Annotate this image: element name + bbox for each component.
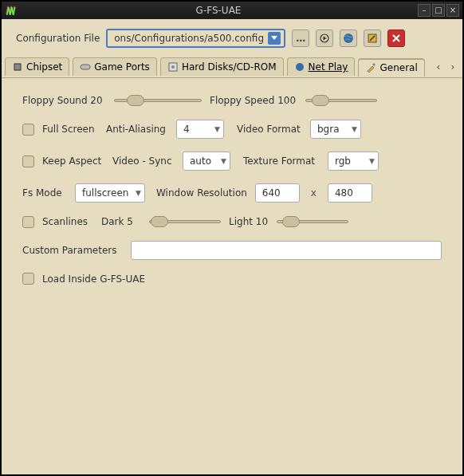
custom-params-label: Custom Parameters [22, 245, 123, 256]
x-icon [391, 33, 401, 43]
dark-slider[interactable] [149, 215, 221, 228]
dark-label: Dark 5 [101, 216, 141, 227]
svg-rect-4 [81, 65, 90, 69]
light-label: Light 10 [229, 216, 269, 227]
tab-prev[interactable]: ‹ [432, 61, 445, 73]
window-title: G-FS-UAE [21, 5, 416, 16]
video-sync-select[interactable]: auto▼ [183, 151, 230, 171]
edit-button[interactable] [364, 30, 381, 47]
tools-icon [365, 62, 376, 73]
gamepad-icon [80, 61, 91, 73]
toolbar: Configuration File ons/Configurations/a5… [2, 19, 462, 56]
globe-button[interactable] [340, 30, 357, 47]
app-window: G-FS-UAE – □ × Configuration File ons/Co… [0, 0, 464, 476]
texture-format-label: Texture Format [243, 155, 320, 167]
svg-point-1 [344, 33, 353, 43]
play-button[interactable] [316, 30, 333, 47]
config-file-value: ons/Configurations/a500.config [114, 33, 268, 44]
chevron-down-icon: ▼ [352, 125, 357, 133]
titlebar[interactable]: G-FS-UAE – □ × [2, 2, 462, 19]
anti-aliasing-label: Anti-Aliasing [106, 124, 168, 135]
resolution-height-input[interactable]: 480 [328, 183, 372, 203]
keep-aspect-label: Keep Aspect [42, 155, 104, 167]
svg-point-6 [171, 65, 175, 69]
light-slider[interactable] [277, 215, 348, 228]
scanlines-checkbox[interactable] [22, 216, 34, 228]
chevron-down-icon [268, 32, 281, 45]
config-file-label: Configuration File [16, 33, 100, 44]
maximize-button[interactable]: □ [432, 4, 445, 17]
full-screen-label: Full Screen [42, 124, 98, 135]
tab-chipset[interactable]: Chipset [5, 57, 69, 76]
video-format-label: Video Format [237, 124, 302, 135]
svg-rect-3 [14, 64, 21, 70]
tab-bar: Chipset Game Ports Hard Disks/CD-ROM Net… [2, 56, 462, 78]
svg-point-7 [296, 63, 304, 71]
floppy-speed-slider[interactable] [305, 94, 377, 107]
window-resolution-label: Window Resolution [156, 187, 247, 199]
load-inside-checkbox[interactable] [22, 273, 34, 285]
floppy-speed-label: Floppy Speed 100 [210, 95, 297, 106]
disk-icon [167, 61, 179, 73]
texture-format-select[interactable]: rgb▼ [328, 151, 379, 171]
config-file-combo[interactable]: ons/Configurations/a500.config [106, 29, 285, 48]
globe-icon [343, 33, 354, 44]
minimize-button[interactable]: – [418, 4, 431, 17]
tab-general[interactable]: General [358, 58, 424, 77]
fs-mode-label: Fs Mode [22, 187, 67, 199]
globe-icon [294, 61, 305, 73]
fs-mode-select[interactable]: fullscreen▼ [75, 183, 145, 203]
app-icon [5, 5, 16, 16]
play-icon [320, 33, 329, 43]
custom-params-input[interactable] [131, 241, 442, 260]
chip-icon [12, 61, 23, 73]
tab-next[interactable]: › [446, 61, 459, 73]
tab-game-ports[interactable]: Game Ports [73, 57, 157, 76]
full-screen-checkbox[interactable] [22, 124, 34, 136]
anti-aliasing-select[interactable]: 4▼ [176, 120, 224, 139]
chevron-down-icon: ▼ [221, 157, 226, 165]
clear-button[interactable] [387, 30, 405, 47]
floppy-sound-label: Floppy Sound 20 [22, 95, 106, 106]
scanlines-label: Scanlines [42, 216, 93, 227]
chevron-down-icon: ▼ [214, 125, 220, 133]
tab-net-play[interactable]: Net Play [287, 57, 356, 76]
tab-content-general: Floppy Sound 20 Floppy Speed 100 Full Sc… [2, 78, 462, 313]
close-button[interactable]: × [446, 4, 459, 17]
load-inside-label: Load Inside G-FS-UAE [42, 273, 145, 285]
video-sync-label: Video - Sync [112, 155, 175, 167]
chevron-down-icon: ▼ [136, 189, 141, 197]
browse-button[interactable]: … [292, 30, 309, 47]
resolution-separator: x [308, 187, 320, 199]
keep-aspect-checkbox[interactable] [22, 155, 34, 167]
video-format-select[interactable]: bgra▼ [310, 120, 361, 139]
edit-icon [367, 33, 378, 44]
resolution-width-input[interactable]: 640 [255, 183, 300, 203]
tab-hard-disks[interactable]: Hard Disks/CD-ROM [160, 57, 284, 76]
chevron-down-icon: ▼ [369, 157, 375, 165]
ellipsis-icon: … [296, 33, 305, 44]
floppy-sound-slider[interactable] [114, 94, 202, 107]
